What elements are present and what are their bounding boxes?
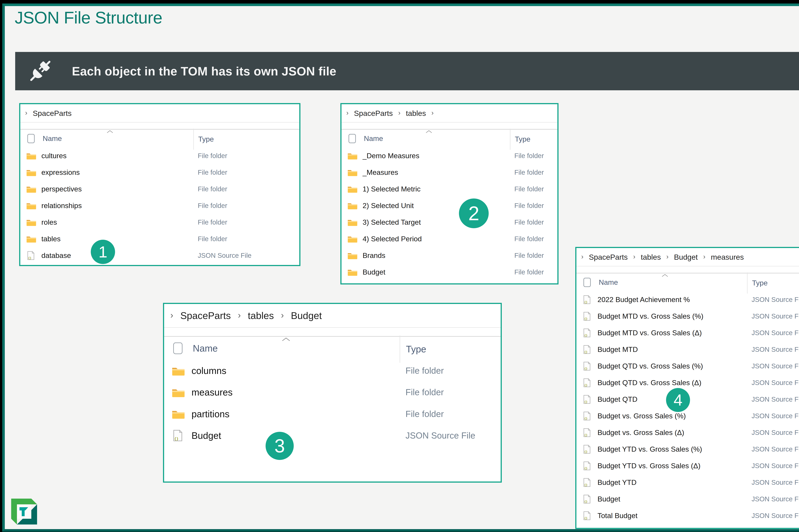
file-row[interactable]: {}2022 Budget Achievement %JSON Source F… bbox=[576, 291, 799, 308]
svg-text:{}: {} bbox=[584, 301, 588, 304]
file-row[interactable]: measuresFile folder bbox=[164, 381, 501, 403]
sort-ascending-caret-icon bbox=[426, 130, 432, 133]
json-file-icon: {} bbox=[583, 361, 593, 371]
breadcrumb-item[interactable]: Budget bbox=[291, 310, 322, 321]
file-name: Budget QTD bbox=[597, 395, 638, 403]
file-row[interactable]: _MeasuresFile folder bbox=[342, 164, 557, 181]
file-row[interactable]: {}Budget vs. Gross Sales (Δ)JSON Source … bbox=[576, 424, 799, 441]
folder-icon bbox=[172, 408, 186, 420]
folder-icon bbox=[347, 201, 358, 210]
file-name: perspectives bbox=[41, 185, 82, 193]
column-header-type[interactable]: Type bbox=[193, 129, 214, 150]
select-all-checkbox[interactable] bbox=[348, 134, 356, 143]
file-name: _Measures bbox=[363, 168, 398, 176]
folder-icon bbox=[347, 218, 358, 227]
slide: JSON File Structure Each object in the T… bbox=[2, 3, 799, 532]
file-name: Budget QTD vs. Gross Sales (%) bbox=[597, 362, 703, 370]
file-name: columns bbox=[192, 365, 226, 376]
column-header-type[interactable]: Type bbox=[747, 272, 768, 293]
column-header-row: NameType bbox=[342, 130, 557, 148]
file-row[interactable]: expressionsFile folder bbox=[20, 164, 299, 181]
file-type: JSON Source File bbox=[747, 312, 799, 320]
chevron-right-icon: › bbox=[238, 310, 241, 320]
column-header-name[interactable]: Name bbox=[193, 343, 218, 354]
file-row[interactable]: {}Total BudgetJSON Source File bbox=[576, 507, 799, 524]
file-row[interactable]: 1) Selected MetricFile folder bbox=[342, 181, 557, 197]
explorer-panel-tables: ›SpaceParts›tables›NameType_Demo Measure… bbox=[340, 103, 558, 284]
file-row[interactable]: columnsFile folder bbox=[164, 360, 501, 381]
breadcrumb-item[interactable]: SpaceParts bbox=[354, 109, 393, 118]
breadcrumb: ›SpaceParts›tables›Budget bbox=[164, 304, 501, 328]
file-row[interactable]: 2) Selected UnitFile folder bbox=[342, 197, 557, 214]
file-row[interactable]: {}BudgetJSON Source File bbox=[576, 491, 799, 507]
column-header-name[interactable]: Name bbox=[364, 134, 383, 143]
json-file-icon: {} bbox=[583, 411, 593, 421]
file-type: File folder bbox=[400, 409, 444, 419]
file-name: cultures bbox=[41, 152, 66, 160]
svg-text:{}: {} bbox=[584, 434, 588, 437]
file-row[interactable]: 4) Selected PeriodFile folder bbox=[342, 231, 557, 247]
file-row[interactable]: culturesFile folder bbox=[20, 148, 299, 164]
file-row[interactable]: {}Budget MTD vs. Gross Sales (%)JSON Sou… bbox=[576, 308, 799, 325]
file-name: Budget YTD vs. Gross Sales (Δ) bbox=[597, 462, 700, 470]
breadcrumb-item[interactable]: tables bbox=[641, 253, 661, 262]
file-row[interactable]: {}Budget QTD vs. Gross Sales (Δ)JSON Sou… bbox=[576, 375, 799, 391]
file-row[interactable]: _Demo MeasuresFile folder bbox=[342, 148, 557, 164]
folder-icon bbox=[347, 234, 358, 244]
breadcrumb-item[interactable]: SpaceParts bbox=[180, 310, 231, 321]
file-row[interactable]: {}Budget vs. Gross Sales (%)JSON Source … bbox=[576, 408, 799, 424]
file-row[interactable]: perspectivesFile folder bbox=[20, 181, 299, 197]
breadcrumb-item[interactable]: measures bbox=[711, 253, 744, 262]
file-row[interactable]: {}Budget YTD vs. Gross Sales (Δ)JSON Sou… bbox=[576, 458, 799, 474]
breadcrumb-item[interactable]: tables bbox=[248, 310, 274, 321]
file-row[interactable]: {}Budget MTDJSON Source File bbox=[576, 341, 799, 358]
file-name: measures bbox=[192, 387, 233, 398]
file-row[interactable]: relationshipsFile folder bbox=[20, 197, 299, 214]
file-type: File folder bbox=[400, 387, 444, 397]
column-header-type[interactable]: Type bbox=[510, 129, 531, 150]
file-row[interactable]: BrandsFile folder bbox=[342, 247, 557, 264]
chevron-right-icon: › bbox=[398, 109, 400, 117]
breadcrumb-item[interactable]: SpaceParts bbox=[589, 253, 628, 262]
folder-icon bbox=[172, 365, 186, 377]
file-type: File folder bbox=[510, 218, 544, 226]
select-all-checkbox[interactable] bbox=[27, 134, 35, 143]
file-row[interactable]: {}BudgetJSON Source File bbox=[164, 425, 501, 446]
json-file-icon: {} bbox=[583, 478, 593, 487]
select-all-checkbox[interactable] bbox=[584, 278, 591, 287]
file-row[interactable]: {}databaseJSON Source File bbox=[20, 247, 299, 264]
file-row[interactable]: BudgetFile folder bbox=[342, 264, 557, 281]
json-file-icon: {} bbox=[583, 378, 593, 387]
svg-text:{}: {} bbox=[584, 400, 588, 403]
file-type: JSON Source File bbox=[747, 512, 799, 519]
file-type: File folder bbox=[510, 185, 544, 193]
select-all-checkbox[interactable] bbox=[173, 342, 182, 354]
breadcrumb-item[interactable]: Budget bbox=[674, 253, 698, 262]
file-row[interactable]: {}Budget YTD vs. Gross Sales (%)JSON Sou… bbox=[576, 441, 799, 458]
file-row[interactable]: {}Budget MTD vs. Gross Sales (Δ)JSON Sou… bbox=[576, 325, 799, 341]
file-type: JSON Source File bbox=[193, 252, 251, 259]
column-header-name[interactable]: Name bbox=[43, 134, 62, 143]
file-type: File folder bbox=[510, 152, 544, 160]
column-header-type[interactable]: Type bbox=[400, 336, 426, 363]
file-name: 3) Selected Target bbox=[363, 218, 421, 226]
file-name: Budget vs. Gross Sales (Δ) bbox=[597, 429, 684, 437]
file-type: File folder bbox=[193, 202, 227, 209]
file-row[interactable]: tablesFile folder bbox=[20, 231, 299, 247]
file-row[interactable]: {}Budget YTDJSON Source File bbox=[576, 474, 799, 491]
file-row[interactable]: partitionsFile folder bbox=[164, 403, 501, 425]
folder-icon bbox=[26, 234, 37, 244]
json-file-icon: {} bbox=[583, 444, 593, 454]
svg-text:{}: {} bbox=[584, 450, 588, 453]
file-row[interactable]: 3) Selected TargetFile folder bbox=[342, 214, 557, 231]
breadcrumb-item[interactable]: SpaceParts bbox=[33, 109, 72, 118]
breadcrumb-item[interactable]: tables bbox=[406, 109, 426, 118]
svg-text:{}: {} bbox=[584, 517, 588, 520]
folder-icon bbox=[26, 218, 37, 227]
step-badge-2: 2 bbox=[459, 198, 489, 228]
column-header-row: NameType bbox=[20, 130, 299, 148]
file-row[interactable]: rolesFile folder bbox=[20, 214, 299, 231]
file-row[interactable]: {}Budget QTD vs. Gross Sales (%)JSON Sou… bbox=[576, 358, 799, 375]
file-type: JSON Source File bbox=[747, 379, 799, 386]
column-header-name[interactable]: Name bbox=[599, 278, 618, 287]
